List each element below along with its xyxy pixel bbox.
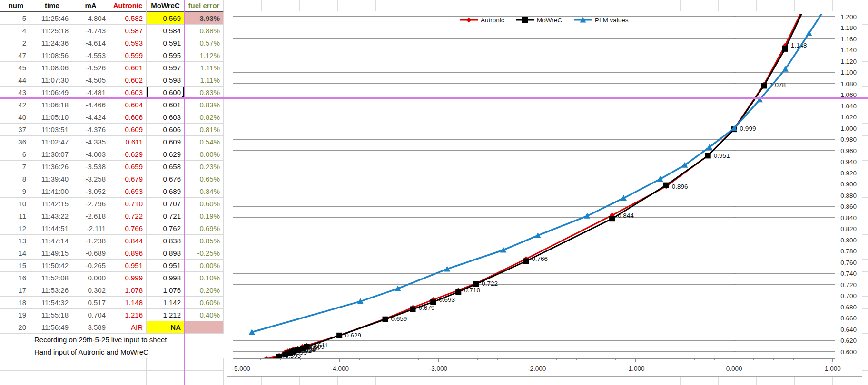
cell-fuel[interactable]: 0.19% (185, 210, 224, 222)
empty-cell[interactable] (0, 383, 32, 385)
cell-ma[interactable]: -0.265 (72, 260, 109, 272)
cell-num[interactable]: 37 (0, 124, 32, 136)
empty-cell[interactable] (0, 358, 32, 371)
empty-cell[interactable] (72, 371, 109, 383)
cell-autronic[interactable]: 0.679 (109, 173, 147, 185)
cell-fuel[interactable]: 0.60% (185, 198, 224, 210)
column-header-fuel[interactable]: fuel error (185, 0, 224, 12)
cell-ma[interactable]: -4.526 (72, 62, 109, 74)
cell-time[interactable]: 11:50:42 (32, 260, 72, 272)
empty-cell[interactable] (32, 371, 72, 383)
cell-time[interactable]: 11:25:18 (32, 25, 72, 37)
cell-time[interactable]: 11:56:49 (32, 321, 72, 334)
cell-fuel[interactable]: 1.11% (185, 74, 224, 87)
cell-fuel[interactable]: 0.83% (185, 99, 224, 111)
cell-num[interactable]: 42 (0, 99, 32, 111)
column-header-ma[interactable]: mA (72, 0, 109, 12)
empty-cell[interactable] (147, 358, 185, 371)
cell-mowrec[interactable]: 0.658 (147, 161, 185, 173)
cell-autronic[interactable]: 0.587 (109, 25, 147, 37)
cell-ma[interactable]: -4.003 (72, 148, 109, 161)
cell-autronic[interactable]: 0.609 (109, 124, 147, 136)
cell-autronic[interactable]: 0.611 (109, 136, 147, 148)
cell-mowrec[interactable]: 0.762 (147, 222, 185, 235)
cell-num[interactable]: 36 (0, 136, 32, 148)
cell-fuel[interactable]: 0.69% (185, 222, 224, 235)
cell-autronic[interactable]: 0.593 (109, 37, 147, 49)
cell-autronic[interactable]: 0.582 (109, 12, 147, 25)
cell-fuel[interactable]: 3.93% (185, 12, 224, 25)
cell-mowrec[interactable]: 0.689 (147, 185, 185, 198)
cell-ma[interactable]: -2.111 (72, 222, 109, 235)
cell-autronic[interactable]: 0.710 (109, 198, 147, 210)
cell-mowrec[interactable]: 0.595 (147, 49, 185, 62)
cell-num[interactable]: 5 (0, 12, 32, 25)
cell-num[interactable]: 9 (0, 185, 32, 198)
cell-num[interactable]: 4 (0, 25, 32, 37)
sheet-note[interactable]: Recording on 29th-5-25 live input to she… (32, 334, 224, 346)
cell-mowrec[interactable]: 0.609 (147, 136, 185, 148)
cell-mowrec[interactable]: 0.597 (147, 62, 185, 74)
cell-ma[interactable]: -4.505 (72, 74, 109, 87)
column-header-time[interactable]: time (32, 0, 72, 12)
cell-fuel[interactable]: 0.40% (185, 309, 224, 321)
column-header-num[interactable]: num (0, 0, 32, 12)
cell-ma[interactable]: -0.689 (72, 247, 109, 260)
cell-autronic[interactable]: 0.951 (109, 260, 147, 272)
cell-ma[interactable]: 0.302 (72, 284, 109, 297)
cell-num[interactable]: 11 (0, 210, 32, 222)
cell-num[interactable]: 15 (0, 260, 32, 272)
cell-time[interactable]: 11:08:56 (32, 49, 72, 62)
cell-fuel[interactable]: 0.57% (185, 37, 224, 49)
cell-mowrec[interactable]: 0.676 (147, 173, 185, 185)
cell-num[interactable]: 6 (0, 148, 32, 161)
cell-time[interactable]: 11:25:46 (32, 12, 72, 25)
cell-mowrec[interactable]: 0.898 (147, 247, 185, 260)
cell-time[interactable]: 11:42:15 (32, 198, 72, 210)
cell-ma[interactable]: -3.052 (72, 185, 109, 198)
cell-ma[interactable]: 0.000 (72, 272, 109, 284)
cell-time[interactable]: 11:06:18 (32, 99, 72, 111)
empty-cell[interactable] (72, 358, 109, 371)
cell-autronic[interactable]: 1.078 (109, 284, 147, 297)
cell-autronic[interactable]: 0.601 (109, 62, 147, 74)
cell-autronic[interactable]: 1.216 (109, 309, 147, 321)
cell-autronic[interactable]: 0.896 (109, 247, 147, 260)
cell-num[interactable]: 19 (0, 309, 32, 321)
cell-time[interactable]: 11:05:10 (32, 111, 72, 124)
empty-cell[interactable] (0, 346, 32, 358)
cell-fuel[interactable]: 1.12% (185, 49, 224, 62)
cell-time[interactable]: 11:55:18 (32, 309, 72, 321)
cell-num[interactable]: 47 (0, 49, 32, 62)
cell-time[interactable]: 11:24:36 (32, 37, 72, 49)
cell-time[interactable]: 11:44:51 (32, 222, 72, 235)
cell-mowrec[interactable]: 0.998 (147, 272, 185, 284)
cell-mowrec[interactable]: 1.142 (147, 297, 185, 309)
cell-num[interactable]: 17 (0, 284, 32, 297)
empty-cell[interactable] (0, 371, 32, 383)
empty-cell[interactable] (147, 383, 185, 385)
cell-ma[interactable]: -4.553 (72, 49, 109, 62)
empty-cell[interactable] (109, 371, 147, 383)
cell-num[interactable]: 13 (0, 235, 32, 247)
empty-cell[interactable] (185, 371, 224, 383)
cell-fuel[interactable]: 0.81% (185, 124, 224, 136)
cell-time[interactable]: 11:41:00 (32, 185, 72, 198)
empty-cell[interactable] (109, 383, 147, 385)
cell-ma[interactable]: -1.238 (72, 235, 109, 247)
cell-autronic[interactable]: 0.604 (109, 99, 147, 111)
cell-time[interactable]: 11:52:08 (32, 272, 72, 284)
empty-cell[interactable] (32, 383, 72, 385)
cell-fuel[interactable]: 0.20% (185, 284, 224, 297)
cell-time[interactable]: 11:39:40 (32, 173, 72, 185)
column-header-mowrec[interactable]: MoWreC (147, 0, 185, 12)
cell-mowrec[interactable]: 1.212 (147, 309, 185, 321)
cell-autronic[interactable]: 0.722 (109, 210, 147, 222)
empty-cell[interactable] (185, 358, 224, 371)
cell-mowrec[interactable]: 0.598 (147, 74, 185, 87)
cell-fuel[interactable]: 0.10% (185, 272, 224, 284)
cell-num[interactable]: 8 (0, 173, 32, 185)
cell-autronic[interactable]: 0.844 (109, 235, 147, 247)
cell-time[interactable]: 11:36:26 (32, 161, 72, 173)
cell-num[interactable]: 14 (0, 247, 32, 260)
